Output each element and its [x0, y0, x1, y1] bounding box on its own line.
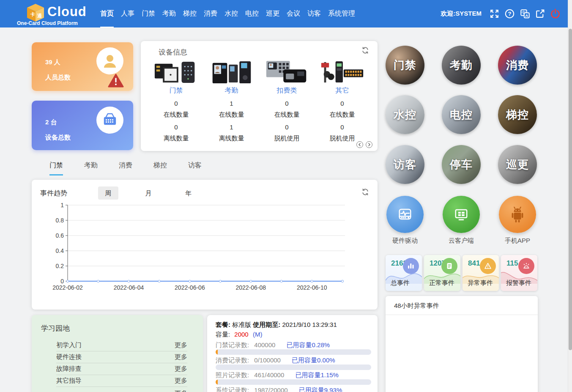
- person-count-label: 人员总数: [45, 74, 71, 82]
- learning-item-label: 硬件连接: [56, 353, 82, 361]
- period-week-button[interactable]: 周: [98, 186, 118, 200]
- learning-row-other: 其它指导 更多: [56, 375, 187, 387]
- stat-card-alarm-events[interactable]: 115 报警事件: [501, 255, 537, 291]
- other-device-link[interactable]: 其它: [315, 86, 370, 95]
- menu-visitor[interactable]: 访客: [307, 0, 321, 27]
- more-link[interactable]: 更多: [175, 365, 187, 373]
- stat-label: 正常事件: [429, 279, 454, 287]
- stat-label: 报警事件: [506, 279, 531, 287]
- attendance-device-link[interactable]: 考勤: [204, 86, 259, 95]
- quick-nav-consume[interactable]: 消费: [498, 46, 537, 85]
- record-value: 1987/20000: [254, 387, 287, 392]
- menu-patrol[interactable]: 巡更: [266, 0, 279, 27]
- quick-nav-label: 电控: [450, 107, 473, 122]
- quick-nav-elevator[interactable]: 梯控: [498, 95, 537, 134]
- capacity-value: 2000: [234, 331, 248, 338]
- refresh-icon[interactable]: [361, 47, 369, 56]
- tab-access[interactable]: 门禁: [49, 161, 63, 175]
- learning-item-label: 故障排查: [56, 365, 82, 373]
- monitor-pulse-icon: [396, 205, 414, 224]
- logo-title: Cloud: [47, 4, 87, 19]
- more-link[interactable]: 更多: [175, 353, 187, 361]
- chevron-right-icon[interactable]: [366, 141, 372, 148]
- period-year-button[interactable]: 年: [178, 186, 199, 200]
- quick-nav-access[interactable]: 门禁: [386, 46, 424, 85]
- access-device-link[interactable]: 门禁: [148, 86, 204, 95]
- charging-device-image: [259, 58, 315, 85]
- fullscreen-icon[interactable]: [489, 8, 500, 19]
- record-usage: 已用容量9.93%: [299, 387, 342, 392]
- welcome-text: 欢迎:SYSTEM: [441, 10, 482, 18]
- expire-label: 使用期至:: [253, 321, 280, 328]
- tab-consume[interactable]: 消费: [119, 161, 132, 175]
- svg-text:0: 0: [60, 278, 64, 285]
- device-info-title: 设备信息: [159, 47, 187, 57]
- quick-nav-label: 巡更: [506, 157, 529, 172]
- svg-text:?: ?: [508, 11, 511, 17]
- device-columns: 门禁 0 在线数量 0 离线数量: [148, 58, 370, 143]
- stat-card-total-events[interactable]: 2163 总事件: [386, 255, 422, 291]
- learning-title: 学习园地: [41, 323, 70, 333]
- svg-text:0.8: 0.8: [56, 217, 64, 224]
- mobile-app-button[interactable]: [499, 196, 536, 233]
- help-icon[interactable]: ?: [504, 8, 515, 19]
- quick-nav-visitor[interactable]: 访客: [386, 145, 424, 184]
- quick-nav-patrol[interactable]: 巡更: [498, 145, 537, 184]
- learning-row-hardware: 硬件连接 更多: [56, 351, 187, 363]
- more-link[interactable]: 更多: [175, 377, 187, 385]
- period-month-button[interactable]: 月: [138, 186, 159, 200]
- svg-text:0.4: 0.4: [56, 247, 64, 254]
- new-window-icon[interactable]: [534, 8, 546, 19]
- menu-access[interactable]: 门禁: [142, 0, 155, 27]
- cloud-client-button[interactable]: [443, 196, 480, 233]
- record-value: 400000: [254, 341, 275, 348]
- other-online-label: 在线数量: [315, 111, 370, 119]
- menu-elevator[interactable]: 梯控: [183, 0, 197, 27]
- menu-meeting[interactable]: 会议: [287, 0, 300, 27]
- stat-label: 总事件: [391, 279, 410, 287]
- capacity-label: 容量:: [216, 331, 230, 338]
- charging-device-link[interactable]: 扣费类: [259, 86, 315, 95]
- learning-row-troubleshoot: 故障排查 更多: [56, 363, 187, 375]
- chevron-left-icon[interactable]: [356, 141, 363, 148]
- quick-nav-water[interactable]: 水控: [386, 95, 424, 134]
- menu-water[interactable]: 水控: [224, 0, 238, 27]
- access-offline-label: 离线数量: [148, 134, 204, 143]
- scrollbar-thumb[interactable]: [569, 29, 572, 350]
- abnormal-events-title: 48小时异常事件: [394, 302, 439, 310]
- event-trend-chart: 00.20.40.60.812022-06-022022-06-042022-0…: [32, 202, 378, 297]
- menu-system[interactable]: 系统管理: [328, 0, 355, 27]
- more-link[interactable]: 更多: [175, 341, 187, 349]
- menu-consume[interactable]: 消费: [204, 0, 217, 27]
- translate-icon[interactable]: 中 A: [519, 8, 531, 19]
- stat-label: 异常事件: [468, 279, 493, 287]
- attendance-offline-value: 1: [204, 123, 259, 131]
- menu-electric[interactable]: 电控: [245, 0, 259, 27]
- record-usage: 已用容量0.00%: [292, 356, 335, 364]
- tab-elevator[interactable]: 梯控: [153, 161, 167, 175]
- menu-attendance[interactable]: 考勤: [162, 0, 176, 27]
- menu-personnel[interactable]: 人事: [121, 0, 134, 27]
- stat-value: 841: [468, 259, 480, 268]
- more-link[interactable]: 更多: [175, 389, 187, 392]
- refresh-icon[interactable]: [361, 188, 369, 197]
- warning-triangle-icon[interactable]: [108, 74, 124, 90]
- device-info-panel: 设备信息: [141, 41, 378, 151]
- quick-nav-parking[interactable]: 停车: [442, 145, 481, 184]
- record-usage: 已用容量0.28%: [287, 341, 330, 348]
- hardware-driver-button[interactable]: [386, 196, 424, 233]
- svg-text:卡: 卡: [30, 12, 35, 17]
- stat-card-abnormal-events[interactable]: 841 异常事件: [463, 255, 499, 291]
- tab-attendance[interactable]: 考勤: [84, 161, 98, 175]
- svg-text:2022-06-10: 2022-06-10: [297, 284, 327, 291]
- quick-nav-attendance[interactable]: 考勤: [442, 46, 481, 85]
- learning-row-beginner: 初学入门 更多: [56, 340, 187, 351]
- quick-nav-electric[interactable]: 电控: [442, 95, 481, 134]
- tab-visitor[interactable]: 访客: [188, 161, 202, 175]
- other-offline-value: 0: [315, 123, 370, 131]
- stat-card-normal-events[interactable]: 1207 正常事件: [424, 255, 460, 291]
- power-icon[interactable]: [550, 8, 561, 19]
- menu-home[interactable]: 首页: [100, 0, 114, 27]
- scrollbar-track[interactable]: [568, 0, 572, 392]
- progress-bar-photo: [216, 379, 371, 385]
